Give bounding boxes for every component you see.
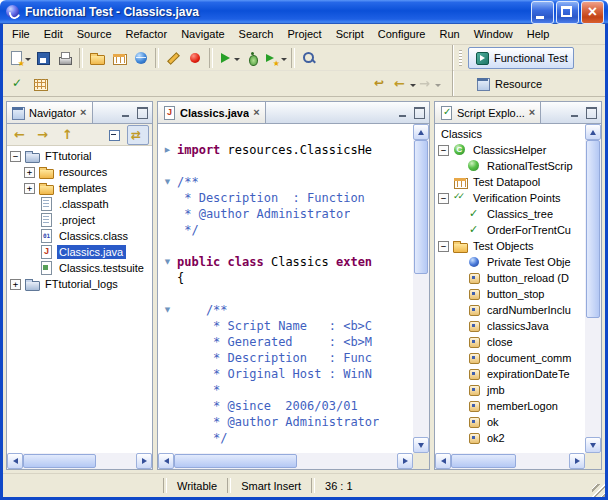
editor-vertical-scrollbar[interactable] — [413, 124, 429, 453]
tree-item-document-comm[interactable]: document_comm — [435, 350, 585, 366]
menu-project[interactable]: Project — [280, 25, 328, 43]
object-inspector-button[interactable] — [162, 47, 184, 69]
fold-expanded-icon[interactable]: ▼ — [158, 174, 177, 190]
tree-item-classics-class[interactable]: Classics.class — [7, 228, 152, 244]
dropdown-arrow-icon[interactable] — [410, 84, 416, 90]
scroll-thumb[interactable] — [174, 454, 297, 468]
resize-grip[interactable] — [592, 484, 605, 497]
fold-expanded-icon[interactable]: ▼ — [158, 254, 177, 270]
scroll-track[interactable] — [23, 453, 136, 469]
minimize-view-button[interactable] — [569, 107, 581, 118]
expand-icon[interactable]: + — [24, 183, 35, 194]
tree-item-classicsjava[interactable]: classicsJava — [435, 318, 585, 334]
collapse-icon[interactable]: − — [10, 151, 21, 162]
menu-run[interactable]: Run — [433, 25, 467, 43]
expand-icon[interactable]: + — [10, 279, 21, 290]
code-area[interactable]: ▶import resources.ClassicsHe▼/** * Descr… — [158, 124, 413, 453]
menu-refactor[interactable]: Refactor — [119, 25, 175, 43]
verification-point-button[interactable] — [7, 73, 29, 95]
tree-item-classics-tree[interactable]: Classics_tree — [435, 206, 585, 222]
minimize-editor-button[interactable] — [397, 107, 409, 118]
tree-item-test-objects[interactable]: −Test Objects — [435, 238, 585, 254]
scroll-down-button[interactable] — [413, 437, 429, 453]
close-editor-icon[interactable]: × — [252, 107, 260, 118]
menu-navigate[interactable]: Navigate — [174, 25, 231, 43]
scroll-down-button[interactable] — [585, 437, 601, 453]
scroll-right-button[interactable] — [136, 453, 152, 469]
menu-help[interactable]: Help — [520, 25, 557, 43]
menu-window[interactable]: Window — [467, 25, 520, 43]
minimize-view-button[interactable] — [120, 107, 132, 118]
close-view-icon[interactable]: × — [528, 107, 536, 118]
new-folder-button[interactable] — [86, 47, 108, 69]
tree-item-ok[interactable]: ok — [435, 414, 585, 430]
perspective-functional-test[interactable]: Functional Test — [468, 47, 574, 69]
tree-item-rationaltestscrip[interactable]: RationalTestScrip — [435, 158, 585, 174]
fold-collapsed-icon[interactable]: ▶ — [158, 142, 177, 158]
script-explorer-tab[interactable]: Script Explo... × — [435, 102, 541, 123]
expand-icon[interactable]: + — [24, 167, 35, 178]
forward-button[interactable] — [417, 73, 442, 95]
run-button[interactable] — [216, 47, 241, 69]
editor-tab-classics-java[interactable]: Classics.java × — [158, 102, 266, 123]
last-edit-button[interactable] — [370, 73, 392, 95]
collapse-all-button[interactable] — [104, 125, 126, 145]
navigator-tab[interactable]: Navigator × — [7, 102, 93, 123]
maximize-view-button[interactable] — [136, 107, 148, 118]
dropdown-arrow-icon[interactable] — [435, 84, 441, 90]
scroll-right-button[interactable] — [569, 453, 585, 469]
new-datapool-button[interactable] — [108, 47, 130, 69]
tree-item-expirationdatete[interactable]: expirationDateTe — [435, 366, 585, 382]
scroll-track[interactable] — [413, 140, 429, 437]
scroll-track[interactable] — [451, 453, 569, 469]
minimize-button[interactable] — [531, 1, 554, 24]
scroll-left-button[interactable] — [435, 453, 451, 469]
nav-up-button[interactable] — [56, 125, 78, 145]
scroll-thumb[interactable] — [23, 454, 96, 468]
tree-item-classics-testsuite[interactable]: Classics.testsuite — [7, 260, 152, 276]
script-explorer-vertical-scrollbar[interactable] — [585, 124, 601, 453]
tree-item-jmb[interactable]: jmb — [435, 382, 585, 398]
tree-item-classpath[interactable]: .classpath — [7, 196, 152, 212]
new-script-button[interactable] — [7, 47, 32, 69]
menu-source[interactable]: Source — [70, 25, 119, 43]
web-browser-button[interactable] — [130, 47, 152, 69]
record-button[interactable] — [184, 47, 206, 69]
tree-item-memberlogon[interactable]: memberLogon — [435, 398, 585, 414]
print-button[interactable] — [54, 47, 76, 69]
tree-item-resources[interactable]: +resources — [7, 164, 152, 180]
scroll-track[interactable] — [585, 140, 601, 437]
editor-body[interactable]: ▶import resources.ClassicsHe▼/** * Descr… — [158, 124, 429, 469]
menu-search[interactable]: Search — [232, 25, 281, 43]
script-root-item[interactable]: Classics — [435, 126, 585, 142]
menu-script[interactable]: Script — [329, 25, 371, 43]
fold-expanded-icon[interactable]: ▼ — [158, 302, 177, 318]
dropdown-arrow-icon[interactable] — [281, 58, 287, 64]
menu-file[interactable]: File — [5, 25, 37, 43]
test-object-map-button[interactable] — [29, 73, 51, 95]
tree-item-classics-java[interactable]: Classics.java — [7, 244, 152, 260]
save-button[interactable] — [32, 47, 54, 69]
scroll-track[interactable] — [174, 453, 397, 469]
dropdown-arrow-icon[interactable] — [25, 58, 31, 64]
tree-item-verification-points[interactable]: −Verification Points — [435, 190, 585, 206]
maximize-button[interactable] — [556, 1, 579, 24]
collapse-icon[interactable]: − — [438, 145, 449, 156]
collapse-icon[interactable]: − — [438, 193, 449, 204]
close-view-icon[interactable]: × — [79, 107, 87, 118]
perspective-resource[interactable]: Resource — [469, 73, 548, 95]
tree-item-button-stop[interactable]: button_stop — [435, 286, 585, 302]
tree-item-private-test-obje[interactable]: Private Test Obje — [435, 254, 585, 270]
scroll-thumb[interactable] — [451, 454, 516, 468]
maximize-editor-button[interactable] — [413, 107, 425, 118]
maximize-view-button[interactable] — [585, 107, 597, 118]
script-explorer-horizontal-scrollbar[interactable] — [435, 453, 585, 469]
dropdown-arrow-icon[interactable] — [234, 58, 240, 64]
tree-item-button-reload-d[interactable]: button_reload (D — [435, 270, 585, 286]
menu-configure[interactable]: Configure — [371, 25, 433, 43]
scroll-right-button[interactable] — [397, 453, 413, 469]
close-button[interactable] — [581, 1, 604, 24]
scroll-thumb[interactable] — [414, 140, 428, 274]
back-button[interactable] — [392, 73, 417, 95]
run-config-button[interactable] — [263, 47, 288, 69]
